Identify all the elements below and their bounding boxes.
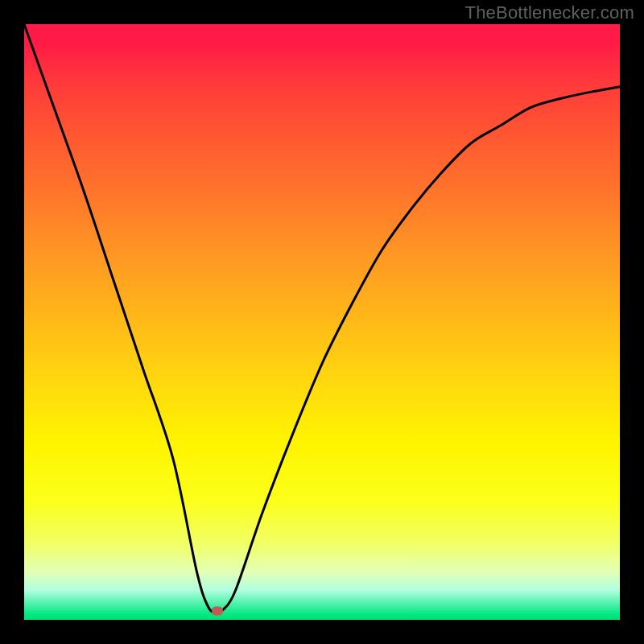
- chart-container: TheBottlenecker.com: [0, 0, 644, 644]
- plot-area: [24, 24, 620, 620]
- watermark-text: TheBottlenecker.com: [465, 2, 634, 23]
- curve-svg: [24, 24, 620, 620]
- optimal-point-marker: [212, 606, 223, 615]
- bottleneck-curve: [24, 24, 620, 612]
